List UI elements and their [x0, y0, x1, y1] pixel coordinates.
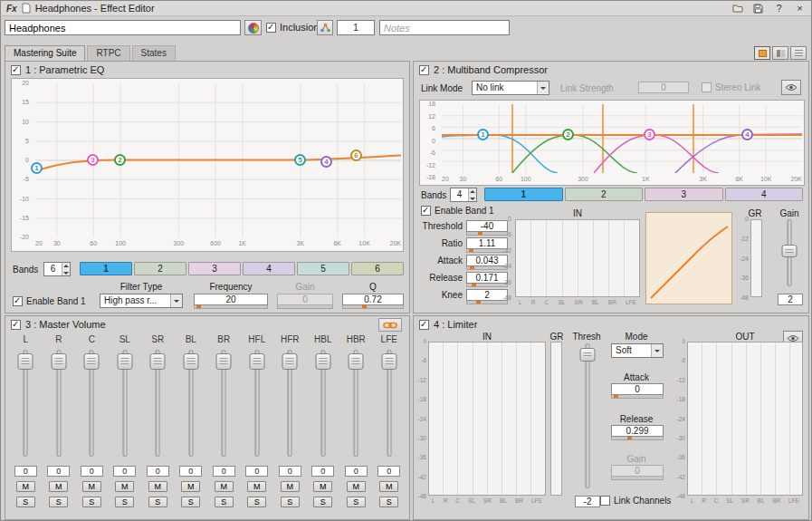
threshold-value[interactable]: -2 — [575, 496, 600, 507]
solo-button[interactable]: S — [379, 497, 398, 507]
channel-volume-slider[interactable] — [75, 348, 109, 458]
eq-graph[interactable]: 20151050-5-10-15-20 1 3 2 5 4 6 20306010… — [11, 78, 404, 252]
slider-handle[interactable] — [381, 353, 396, 370]
mute-button[interactable]: M — [379, 481, 398, 492]
channel-volume-value[interactable]: 0 — [245, 466, 268, 477]
mbc-enable-band-checkbox[interactable] — [421, 206, 431, 216]
channel-volume-value[interactable]: 0 — [213, 466, 235, 477]
mbc-band-marker-1[interactable]: 1 — [477, 129, 489, 140]
channel-volume-slider[interactable] — [43, 348, 76, 458]
param-slider[interactable] — [466, 301, 508, 304]
eq-band-button[interactable]: 3 — [188, 262, 241, 275]
mute-button[interactable]: M — [281, 481, 300, 492]
view-mode-2-button[interactable] — [772, 46, 788, 60]
tab-mastering-suite[interactable]: Mastering Suite — [5, 45, 85, 61]
eq-band-marker-1[interactable]: 1 — [31, 162, 43, 174]
eq-band-button[interactable]: 6 — [351, 262, 404, 275]
solo-button[interactable]: S — [347, 497, 366, 507]
view-mode-1-button[interactable] — [754, 46, 770, 60]
channel-volume-slider[interactable] — [241, 348, 274, 458]
limiter-attack-field[interactable]: 0 — [611, 383, 664, 399]
eq-band-marker-4[interactable]: 4 — [320, 156, 332, 168]
mute-button[interactable]: M — [313, 481, 332, 492]
slider-handle[interactable] — [183, 353, 198, 370]
spin-down-icon[interactable] — [62, 269, 70, 275]
eq-band-button[interactable]: 4 — [243, 262, 295, 275]
mbc-band-button[interactable]: 1 — [484, 188, 563, 201]
mbc-gain-value[interactable]: 2 — [778, 294, 803, 305]
channel-volume-slider[interactable] — [9, 348, 43, 458]
eq-band-marker-3[interactable]: 3 — [87, 154, 99, 166]
mbc-band-marker-3[interactable]: 3 — [644, 129, 655, 140]
mbc-bands-count[interactable]: 4 — [451, 188, 468, 201]
eq-band-button[interactable]: 1 — [80, 262, 132, 275]
sharesets-count-field[interactable]: 1 — [337, 20, 375, 35]
solo-button[interactable]: S — [181, 497, 200, 507]
channel-volume-value[interactable]: 0 — [113, 466, 136, 477]
slider-handle[interactable] — [349, 353, 364, 370]
channel-volume-slider[interactable] — [339, 348, 373, 458]
q-field[interactable]: 0.72 — [342, 294, 404, 309]
spin-up-icon[interactable] — [62, 263, 70, 269]
mbc-band-button[interactable]: 3 — [645, 188, 723, 201]
master-enable-checkbox[interactable] — [11, 320, 21, 330]
solo-button[interactable]: S — [49, 497, 68, 507]
slider-handle[interactable] — [51, 353, 66, 370]
mbc-band-marker-2[interactable]: 2 — [562, 129, 574, 140]
effect-name-input[interactable] — [5, 20, 241, 35]
mbc-plot-area[interactable]: 1 2 3 4 — [442, 104, 802, 173]
channel-volume-value[interactable]: 0 — [14, 466, 37, 477]
channel-volume-slider[interactable] — [141, 348, 175, 458]
solo-button[interactable]: S — [148, 497, 167, 507]
mute-button[interactable]: M — [49, 481, 68, 492]
threshold-slider[interactable] — [577, 342, 598, 490]
spin-down-icon[interactable] — [469, 195, 476, 201]
link-channels-checkbox[interactable] — [600, 496, 610, 506]
mute-button[interactable]: M — [247, 481, 266, 492]
solo-button[interactable]: S — [247, 497, 266, 507]
slider-handle[interactable] — [580, 348, 596, 362]
channel-link-button[interactable] — [378, 318, 402, 332]
channel-volume-value[interactable]: 0 — [345, 466, 368, 477]
mute-button[interactable]: M — [16, 481, 35, 492]
channel-volume-slider[interactable] — [273, 348, 307, 458]
mbc-band-button[interactable]: 2 — [565, 188, 644, 201]
limiter-enable-checkbox[interactable] — [419, 320, 429, 330]
channel-volume-slider[interactable] — [109, 348, 142, 458]
slider-handle[interactable] — [84, 353, 100, 370]
slider-handle[interactable] — [216, 353, 232, 370]
eq-band-marker-5[interactable]: 5 — [294, 154, 306, 166]
slider-handle[interactable] — [150, 353, 166, 370]
link-mode-dropdown[interactable]: No link — [472, 81, 549, 95]
mute-button[interactable]: M — [215, 481, 234, 492]
solo-button[interactable]: S — [215, 497, 234, 507]
channel-volume-value[interactable]: 0 — [81, 466, 103, 477]
sharesets-button[interactable] — [317, 20, 333, 35]
eq-band-button[interactable]: 5 — [297, 262, 349, 275]
filter-type-dropdown[interactable]: High pass r... — [100, 294, 183, 308]
mbc-bands-spinner[interactable]: 4 — [450, 188, 477, 202]
solo-button[interactable]: S — [115, 497, 134, 507]
eq-band-button[interactable]: 2 — [134, 262, 186, 275]
import-icon[interactable] — [731, 3, 743, 14]
tab-rtpc[interactable]: RTPC — [87, 45, 129, 61]
limiter-release-field[interactable]: 0.299 — [611, 425, 664, 440]
mbc-gain-slider[interactable] — [778, 217, 801, 288]
limiter-release-value[interactable]: 0.299 — [611, 425, 664, 437]
spin-up-icon[interactable] — [469, 188, 476, 195]
channel-volume-value[interactable]: 0 — [179, 466, 202, 477]
view-mode-3-button[interactable] — [790, 46, 807, 60]
slider-handle[interactable] — [315, 353, 330, 370]
mute-button[interactable]: M — [148, 481, 167, 492]
channel-volume-slider[interactable] — [175, 348, 208, 458]
mute-button[interactable]: M — [115, 481, 134, 492]
mbc-band-button[interactable]: 4 — [725, 188, 804, 201]
tab-states[interactable]: States — [132, 45, 176, 61]
limiter-release-slider[interactable] — [611, 437, 664, 440]
q-slider[interactable] — [342, 305, 404, 309]
eq-plot-area[interactable]: 1 3 2 5 4 6 — [35, 83, 401, 237]
mbc-band-marker-4[interactable]: 4 — [741, 129, 753, 140]
eq-band-marker-6[interactable]: 6 — [350, 150, 362, 161]
frequency-field[interactable]: 20 — [194, 294, 268, 309]
q-value[interactable]: 0.72 — [342, 294, 404, 305]
